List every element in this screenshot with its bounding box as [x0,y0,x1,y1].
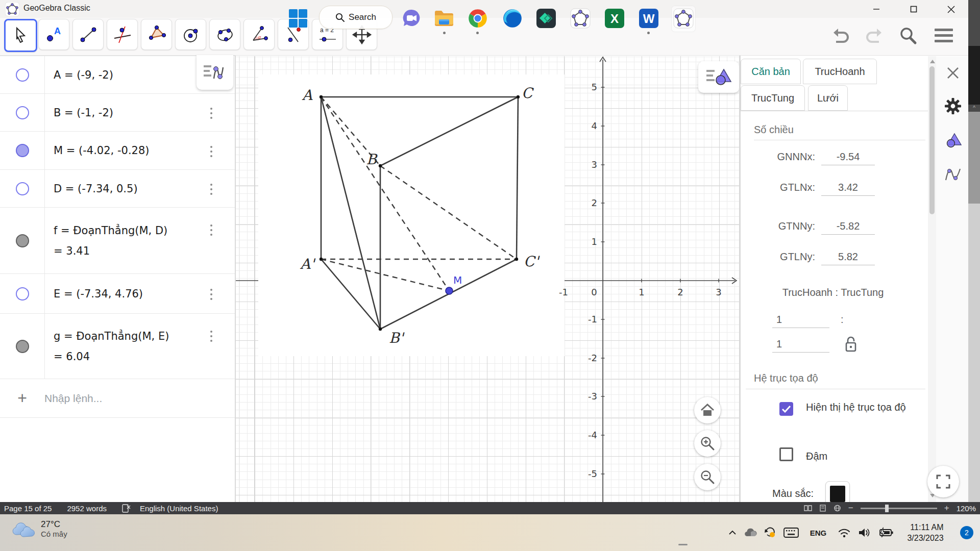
algebra-row-D[interactable]: D = (-7.34, 0.5) [0,170,235,208]
close-panel-button[interactable] [944,64,962,82]
algebra-row-f[interactable]: f = ĐoạnThẳng(M, D)= 3.41 [0,208,235,274]
settings-gear-button[interactable] [944,97,962,115]
visibility-toggle-circle[interactable] [16,287,29,300]
row-menu-button[interactable] [210,329,212,343]
field-value-input[interactable]: -5.82 [821,220,875,235]
row-menu-button[interactable] [210,107,212,120]
taskbar-edge[interactable] [501,7,524,30]
ratio-y-input[interactable]: 1 [772,338,829,353]
tool-polygon-button[interactable] [141,19,172,50]
view-icon-print[interactable] [819,505,826,512]
close-window-button[interactable] [942,3,960,15]
tool-intersect-button[interactable] [107,19,138,50]
graphics-style-icon [704,66,733,88]
status-page[interactable]: Page 15 of 25 [4,504,52,513]
unlock-icon[interactable] [843,336,859,354]
bold-checkbox[interactable] [779,447,793,461]
zoom-in-button[interactable] [694,430,721,457]
home-button[interactable] [694,397,721,423]
zoom-percent[interactable]: 120% [957,504,976,513]
word-status-bar: Page 15 of 25 2952 words English (United… [0,502,980,514]
tab-can-ban[interactable]: Căn bản [741,59,801,84]
taskbar-search[interactable]: Search [319,6,393,29]
field-value-input[interactable]: 3.42 [821,182,875,196]
tool-move-button[interactable] [4,19,37,52]
tool-point-button[interactable]: A [38,19,69,50]
tray-language[interactable]: ENG [802,529,834,537]
status-language[interactable]: English (United States) [140,504,218,513]
view-icon-web[interactable] [834,505,841,512]
add-expression-icon[interactable]: + [0,389,44,408]
tool-ellipse-button[interactable] [209,19,240,50]
taskbar-file-explorer[interactable] [433,7,455,30]
visibility-toggle-circle[interactable] [16,68,29,82]
undo-button[interactable] [832,24,855,47]
taskbar-geogebra[interactable] [569,7,592,30]
proofing-icon[interactable] [122,504,131,513]
taskbar-dark-diamond-app[interactable] [535,7,557,30]
visibility-toggle-circle[interactable] [16,106,29,119]
taskbar-word[interactable]: W [638,7,660,30]
tab-luoi[interactable]: Lưới [808,85,848,111]
zoom-out-control[interactable]: − [848,503,853,513]
tray-battery-icon[interactable] [875,527,897,538]
visibility-toggle-circle[interactable] [16,144,29,157]
function-curve-button[interactable] [944,166,962,183]
zoom-slider-thumb[interactable] [885,505,889,512]
ratio-x-input[interactable]: 1 [772,314,829,328]
row-menu-button[interactable] [210,183,212,196]
notification-button[interactable]: 2 [953,526,980,539]
main-menu-button[interactable] [932,24,955,47]
status-words[interactable]: 2952 words [67,504,107,513]
taskbar-geogebra-active[interactable] [672,7,695,30]
settings-scrollbar-thumb[interactable] [929,66,935,214]
tab-truc-tung[interactable]: TrucTung [741,85,805,111]
start-button[interactable] [287,7,309,30]
tray-clock[interactable]: 11:11 AM 3/23/2023 [897,522,953,543]
visibility-toggle-circle[interactable] [16,234,29,247]
graphics-tools-button[interactable] [944,132,962,149]
tool-angle-button[interactable]: α [243,19,275,50]
taskbar-weather-widget[interactable]: 27°C Có mây [10,518,67,539]
tray-keyboard-icon[interactable] [780,527,802,538]
search-tools-button[interactable] [896,24,920,47]
fullscreen-button[interactable] [927,466,959,497]
scroll-up-arrow[interactable] [930,60,935,63]
command-input[interactable]: Nhập lệnh... [44,392,102,405]
redo-icon [861,27,882,45]
tool-circle-button[interactable] [175,19,206,50]
algebra-input-row[interactable]: + Nhập lệnh... [0,379,235,418]
tray-sync-icon[interactable] [761,526,780,539]
zoom-slider[interactable] [861,508,937,509]
view-icon-read[interactable] [804,505,812,512]
tray-volume-icon[interactable] [854,527,875,538]
algebra-row-g[interactable]: g = ĐoạnThẳng(M, E)= 6.04 [0,314,235,379]
field-value-input[interactable]: 5.82 [821,251,875,265]
algebra-style-button[interactable] [197,55,233,90]
visibility-toggle-circle[interactable] [16,340,29,353]
row-menu-button[interactable] [210,144,212,158]
row-menu-button[interactable] [210,223,212,237]
zoom-in-control[interactable]: + [944,503,949,513]
maximize-button[interactable] [905,3,922,15]
algebra-row-M[interactable]: M = (-4.02, -0.28) [0,132,235,170]
row-menu-button[interactable] [210,288,212,302]
tray-onedrive-icon[interactable] [741,528,761,537]
zoom-out-button[interactable] [694,464,721,490]
graphics-style-button[interactable] [698,61,739,93]
redo-button[interactable] [860,24,883,47]
minimize-button[interactable] [868,3,885,15]
tray-wifi-icon[interactable] [834,528,854,538]
tool-segment-button[interactable] [72,19,104,50]
visibility-toggle-circle[interactable] [16,182,29,195]
taskbar-excel[interactable]: X [603,7,626,30]
tab-truc-hoanh[interactable]: TrucHoanh [803,59,877,84]
algebra-row-B[interactable]: B = (-1, -2) [0,94,235,132]
taskbar-chrome[interactable] [467,7,489,30]
show-axes-checkbox[interactable] [779,402,793,416]
taskbar-chat-app[interactable] [400,7,423,30]
field-value-input[interactable]: -9.54 [821,151,875,165]
algebra-row-E[interactable]: E = (-7.34, 4.76) [0,274,235,314]
tray-chevron-up-icon[interactable] [724,530,741,536]
point-M[interactable] [446,287,453,294]
